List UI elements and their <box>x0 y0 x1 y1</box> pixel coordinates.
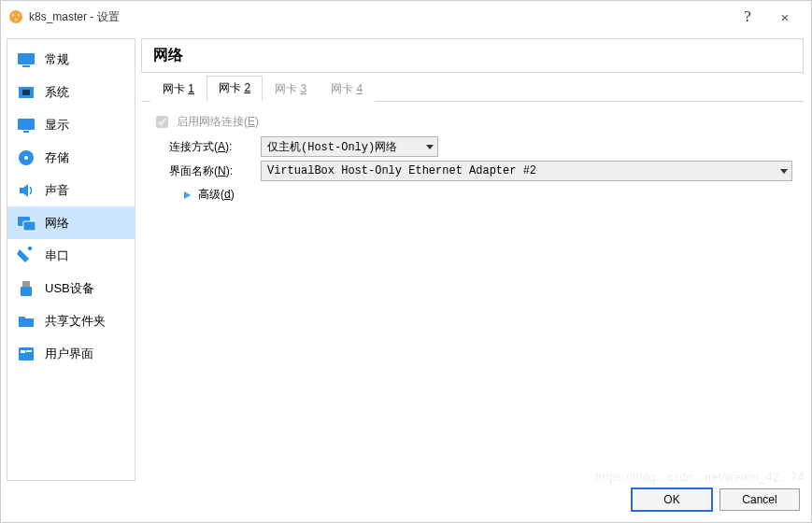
interface-name-value: VirtualBox Host-Only Ethernet Adapter #2 <box>267 164 536 177</box>
advanced-label: 高级(d) <box>198 187 235 203</box>
attach-mode-value: 仅主机(Host-Only)网络 <box>267 139 397 155</box>
attach-mode-label: 连接方式(A): <box>169 139 255 155</box>
attach-mode-combo[interactable]: 仅主机(Host-Only)网络 <box>261 136 438 157</box>
interface-name-label: 界面名称(N): <box>169 163 255 179</box>
usb-icon <box>17 279 36 298</box>
interface-name-row: 界面名称(N): VirtualBox Host-Only Ethernet A… <box>169 161 792 181</box>
interface-name-combo[interactable]: VirtualBox Host-Only Ethernet Adapter #2 <box>261 161 792 181</box>
svg-rect-5 <box>22 65 30 67</box>
titlebar: k8s_master - 设置 ? × <box>1 1 811 33</box>
tab-hotkey: 2 <box>244 81 250 94</box>
tab-hotkey: 4 <box>356 82 363 95</box>
svg-point-0 <box>9 10 22 23</box>
svg-point-1 <box>12 14 15 17</box>
sidebar-item-label: 存储 <box>45 149 69 166</box>
svg-rect-13 <box>23 221 36 231</box>
sidebar-item-serial[interactable]: 串口 <box>7 239 135 272</box>
svg-rect-19 <box>26 350 32 352</box>
enable-network-checkbox[interactable] <box>156 116 168 128</box>
general-icon <box>17 50 36 69</box>
sidebar-item-label: 网络 <box>45 215 69 232</box>
ui-icon <box>17 345 36 363</box>
sidebar-item-label: 串口 <box>45 247 69 264</box>
body-area: 常规 系统 显示 存储 声音 <box>1 33 811 481</box>
sidebar-item-label: 显示 <box>45 117 69 134</box>
sidebar-item-label: 共享文件夹 <box>45 313 106 330</box>
cancel-button[interactable]: Cancel <box>719 488 800 511</box>
network-form: 启用网络连接(E) 连接方式(A): 仅主机(Host-Only)网络 界面名称… <box>141 107 804 203</box>
tab-adapter-2[interactable]: 网卡 2 <box>207 76 263 102</box>
tab-adapter-3[interactable]: 网卡 3 <box>263 77 319 102</box>
svg-rect-8 <box>18 119 35 130</box>
close-button[interactable]: × <box>766 3 804 31</box>
sidebar-item-label: 用户界面 <box>45 346 93 362</box>
svg-point-2 <box>18 14 21 17</box>
sidebar-item-display[interactable]: 显示 <box>7 108 135 141</box>
sidebar-item-audio[interactable]: 声音 <box>7 174 135 206</box>
help-button[interactable]: ? <box>729 3 766 31</box>
display-icon <box>17 116 36 134</box>
svg-rect-4 <box>18 53 35 64</box>
shared-folder-icon <box>17 312 36 331</box>
svg-rect-9 <box>23 131 29 133</box>
sidebar-item-label: USB设备 <box>45 280 94 297</box>
sidebar-item-shared-folders[interactable]: 共享文件夹 <box>7 304 135 337</box>
svg-rect-16 <box>21 287 32 296</box>
sidebar-item-network[interactable]: 网络 <box>7 206 135 239</box>
panel-title: 网络 <box>141 38 804 73</box>
sidebar: 常规 系统 显示 存储 声音 <box>7 38 135 481</box>
app-icon <box>8 9 23 24</box>
system-icon <box>17 83 36 102</box>
chevron-down-icon <box>780 169 788 174</box>
tab-hotkey: 3 <box>300 82 306 95</box>
sidebar-item-label: 声音 <box>45 182 69 199</box>
dialog-buttons: OK Cancel <box>1 481 811 518</box>
storage-icon <box>17 148 36 167</box>
content-panel: 网络 网卡 1 网卡 2 网卡 3 网卡 4 启用网络连接(E) <box>141 38 805 481</box>
advanced-toggle[interactable]: 高级(d) <box>184 187 792 203</box>
svg-rect-18 <box>21 350 25 353</box>
svg-point-11 <box>24 156 28 160</box>
ok-button[interactable]: OK <box>632 488 712 511</box>
svg-rect-17 <box>19 347 34 360</box>
sidebar-item-usb[interactable]: USB设备 <box>7 272 135 304</box>
svg-rect-14 <box>27 247 33 251</box>
chevron-down-icon <box>426 145 434 149</box>
adapter-tabs: 网卡 1 网卡 2 网卡 3 网卡 4 <box>141 78 804 102</box>
svg-rect-15 <box>22 281 30 287</box>
tab-label: 网卡 <box>219 81 244 94</box>
window-title: k8s_master - 设置 <box>29 9 120 25</box>
audio-icon <box>17 181 36 200</box>
attach-mode-row: 连接方式(A): 仅主机(Host-Only)网络 <box>169 136 792 157</box>
sidebar-item-label: 常规 <box>45 51 69 68</box>
sidebar-item-system[interactable]: 系统 <box>7 76 135 108</box>
tab-label: 网卡 <box>163 82 188 95</box>
sidebar-item-ui[interactable]: 用户界面 <box>7 337 135 370</box>
tab-hotkey: 1 <box>188 82 194 95</box>
tab-adapter-4[interactable]: 网卡 4 <box>319 77 375 102</box>
sidebar-item-label: 系统 <box>45 84 69 101</box>
enable-network-label: 启用网络连接(E) <box>177 114 259 130</box>
tab-label: 网卡 <box>275 82 300 95</box>
enable-network-row: 启用网络连接(E) <box>152 113 792 131</box>
network-icon <box>17 214 36 233</box>
sidebar-item-storage[interactable]: 存储 <box>7 141 135 174</box>
svg-point-3 <box>15 19 18 21</box>
tab-adapter-1[interactable]: 网卡 1 <box>150 77 207 102</box>
serial-icon <box>17 247 36 265</box>
svg-rect-7 <box>22 90 30 95</box>
sidebar-item-general[interactable]: 常规 <box>7 43 135 76</box>
tab-label: 网卡 <box>331 82 356 95</box>
triangle-right-icon <box>184 191 191 199</box>
